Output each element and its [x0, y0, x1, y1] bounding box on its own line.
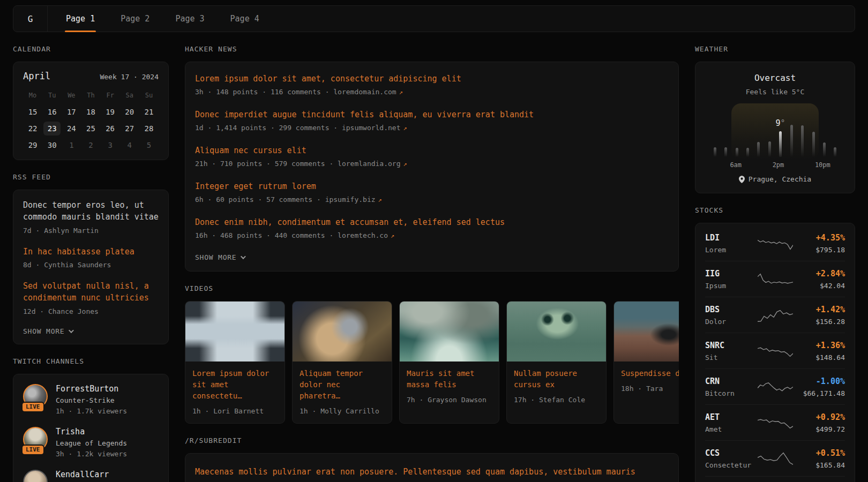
twitch-channel-row[interactable]: KendallCarr [23, 470, 159, 482]
video-title[interactable]: Lorem ipsum dolor sit amet consectetu… [192, 368, 278, 402]
stock-row[interactable]: CRN Bitcorn -1.00% $66,171.48 [705, 368, 845, 404]
twitch-channel-info: Trisha League of Legends 3h · 1.2k viewe… [56, 427, 127, 458]
external-link-icon[interactable]: ↗ [403, 124, 407, 132]
hackernews-show-more-button[interactable]: SHOW MORE [195, 253, 669, 261]
weather-hour-label: 2pm [773, 161, 784, 169]
hackernews-item-title[interactable]: Donec imperdiet augue tincidunt felis al… [195, 110, 669, 119]
twitch-avatar-wrap [23, 470, 48, 482]
hackernews-item-title[interactable]: Aliquam nec cursus elit [195, 146, 669, 155]
page-tabs: Page 1Page 2Page 3Page 4 [48, 6, 272, 32]
stock-change-percent: +1.36% [793, 341, 845, 350]
stock-row[interactable]: IIG Ipsum +2.84% $42.04 [705, 261, 845, 297]
subreddit-post-title[interactable]: Maecenas mollis pulvinar erat non posuer… [195, 465, 656, 482]
calendar-day[interactable]: 29 [24, 138, 41, 152]
video-thumbnail[interactable] [614, 302, 679, 362]
page-tab[interactable]: Page 3 [162, 6, 217, 32]
external-link-icon[interactable]: ↗ [391, 232, 394, 239]
stock-sparkline [758, 272, 793, 288]
rss-show-more-button[interactable]: SHOW MORE [23, 327, 159, 335]
video-title[interactable]: Nullam posuere cursus ex [514, 368, 599, 390]
stock-row[interactable]: AET Amet +0.92% $499.72 [705, 404, 845, 440]
video-card[interactable]: Mauris sit amet massa felis 7h · Grayson… [399, 301, 499, 424]
calendar-day[interactable]: 26 [102, 122, 119, 135]
video-title[interactable]: Aliquam tempor dolor nec pharetra… [300, 368, 385, 402]
video-card[interactable]: Aliquam tempor dolor nec pharetra… 1h · … [292, 301, 392, 424]
calendar-day[interactable]: 2 [82, 138, 99, 152]
weather-bar-slot [808, 132, 819, 157]
twitch-channel-meta: 1h · 1.7k viewers [56, 407, 127, 415]
hackernews-item-title[interactable]: Donec enim nibh, condimentum et accumsan… [195, 217, 669, 227]
calendar-day[interactable]: 18 [82, 105, 99, 119]
twitch-channel-name[interactable]: KendallCarr [56, 470, 109, 479]
hackernews-item-title[interactable]: Integer eget rutrum lorem [195, 182, 669, 191]
page-tab[interactable]: Page 1 [53, 6, 108, 32]
twitch-channel-row[interactable]: LIVE ForrestBurton Counter-Strike 1h · 1… [23, 384, 159, 415]
video-card[interactable]: Nullam posuere cursus ex 17h · Stefan Co… [506, 301, 607, 424]
stock-name: Ipsum [705, 282, 758, 290]
stock-name: Consectetur [705, 461, 758, 469]
page-tab[interactable]: Page 2 [108, 6, 162, 32]
twitch-channel-info: KendallCarr [56, 470, 109, 482]
weather-bar-slot [775, 131, 786, 157]
stocks-widget: LDI Lorem +4.35% $795.18 IIG Ipsum +2.84… [695, 223, 855, 482]
rss-show-more-label: SHOW MORE [23, 327, 64, 335]
rss-item-title[interactable]: Donec tempor eros leo, ut commodo mauris… [23, 200, 159, 223]
hackernews-item: Lorem ipsum dolor sit amet, consectetur … [195, 74, 669, 96]
stock-row[interactable]: DBS Dolor +1.42% $156.28 [705, 297, 845, 333]
app-logo[interactable]: G [13, 6, 48, 32]
weather-bar [812, 132, 815, 157]
stock-row[interactable]: SNRC Sit +1.36% $148.64 [705, 333, 845, 368]
rss-item-title[interactable]: Sed volutpat nulla nisl, a condimentum n… [23, 281, 159, 304]
twitch-channel-row[interactable]: LIVE Trisha League of Legends 3h · 1.2k … [23, 427, 159, 458]
video-card-body: Lorem ipsum dolor sit amet consectetu… 1… [185, 362, 285, 423]
calendar-day[interactable]: 3 [102, 138, 119, 152]
calendar-day[interactable]: 20 [121, 105, 138, 119]
calendar-day[interactable]: 25 [82, 122, 99, 135]
stock-name: Lorem [705, 246, 758, 254]
calendar-day[interactable]: 5 [140, 138, 158, 152]
video-card[interactable]: Suspendisse diam 18h · Tara [613, 301, 679, 424]
calendar-day[interactable]: 27 [121, 122, 138, 135]
calendar-day[interactable]: 28 [140, 122, 158, 135]
external-link-icon[interactable]: ↗ [378, 196, 382, 204]
weather-bar-slot [731, 148, 742, 157]
video-thumbnail[interactable] [293, 302, 392, 362]
video-card[interactable]: Lorem ipsum dolor sit amet consectetu… 1… [185, 301, 285, 424]
stock-id: CRN Bitcorn [705, 376, 758, 397]
stock-row[interactable]: AHS +0.46% [705, 476, 845, 482]
video-thumbnail[interactable] [400, 302, 499, 362]
calendar-day[interactable]: 21 [140, 105, 158, 119]
page-tab[interactable]: Page 4 [218, 6, 272, 32]
calendar-day[interactable]: 1 [63, 138, 80, 152]
calendar-day[interactable]: 4 [121, 138, 138, 152]
hackernews-item-title[interactable]: Lorem ipsum dolor sit amet, consectetur … [195, 74, 669, 84]
chevron-down-icon [241, 254, 246, 259]
calendar-day[interactable]: 16 [43, 105, 61, 119]
stock-row[interactable]: CCS Consectetur +0.51% $165.84 [705, 440, 845, 476]
calendar-day[interactable]: 30 [43, 138, 61, 152]
hackernews-item: Donec imperdiet augue tincidunt felis al… [195, 110, 669, 132]
weather-location: Prague, Czechia [705, 175, 845, 183]
rss-item-title[interactable]: In hac habitasse platea [23, 246, 159, 258]
calendar-day[interactable]: 17 [63, 105, 80, 119]
external-link-icon[interactable]: ↗ [399, 88, 403, 96]
weather-bar [714, 147, 716, 157]
calendar-day[interactable]: 19 [102, 105, 119, 119]
external-link-icon[interactable]: ↗ [403, 160, 407, 168]
calendar-day[interactable]: 23 [43, 122, 61, 135]
twitch-channel-name[interactable]: Trisha [56, 427, 127, 436]
twitch-channel-name[interactable]: ForrestBurton [56, 384, 127, 394]
weather-section-label: WEATHER [695, 45, 855, 53]
video-title[interactable]: Mauris sit amet massa felis [407, 368, 492, 390]
video-thumbnail[interactable] [185, 302, 285, 362]
stock-price: $795.18 [793, 246, 845, 254]
hackernews-show-more-label: SHOW MORE [195, 253, 236, 261]
calendar-day[interactable]: 22 [24, 122, 41, 135]
video-thumbnail[interactable] [507, 302, 606, 362]
calendar-day[interactable]: 15 [24, 105, 41, 119]
stock-sparkline [758, 343, 793, 359]
calendar-day[interactable]: 24 [63, 122, 80, 135]
rss-item-meta: 7d · Ashlyn Martin [23, 227, 159, 235]
stock-row[interactable]: LDI Lorem +4.35% $795.18 [705, 225, 845, 261]
video-title[interactable]: Suspendisse diam [621, 368, 679, 379]
